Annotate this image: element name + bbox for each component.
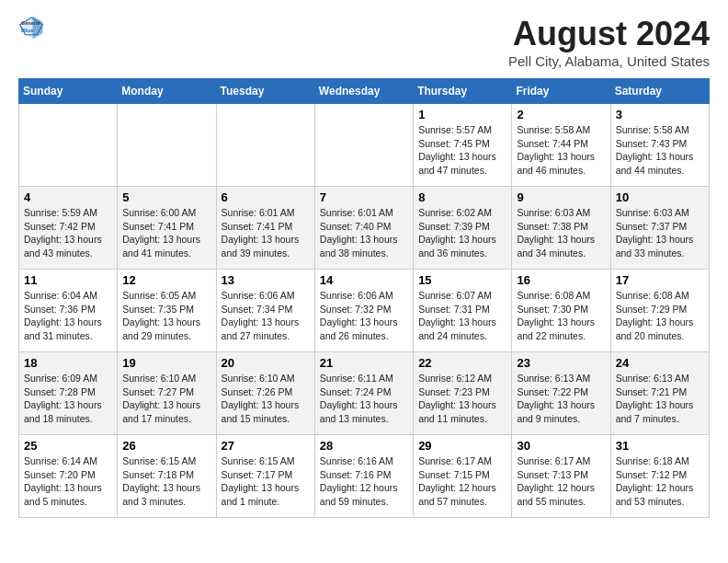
day-cell: 13Sunrise: 6:06 AM Sunset: 7:34 PM Dayli… (216, 270, 314, 352)
calendar-table: SundayMondayTuesdayWednesdayThursdayFrid… (18, 78, 710, 518)
day-cell: 3Sunrise: 5:58 AM Sunset: 7:43 PM Daylig… (610, 104, 709, 187)
day-cell: 11Sunrise: 6:04 AM Sunset: 7:36 PM Dayli… (19, 270, 118, 352)
column-headers: SundayMondayTuesdayWednesdayThursdayFrid… (19, 79, 710, 104)
day-cell: 6Sunrise: 6:01 AM Sunset: 7:41 PM Daylig… (216, 187, 314, 270)
day-number: 8 (418, 190, 506, 204)
day-number: 22 (418, 356, 506, 370)
day-info: Sunrise: 6:18 AM Sunset: 7:12 PM Dayligh… (616, 454, 704, 509)
svg-text:General: General (21, 20, 40, 26)
week-row-5: 25Sunrise: 6:14 AM Sunset: 7:20 PM Dayli… (19, 435, 710, 518)
day-number: 25 (24, 439, 112, 453)
day-info: Sunrise: 6:10 AM Sunset: 7:26 PM Dayligh… (222, 372, 310, 426)
day-info: Sunrise: 6:13 AM Sunset: 7:22 PM Dayligh… (517, 372, 605, 426)
day-number: 1 (418, 108, 506, 121)
week-row-2: 4Sunrise: 5:59 AM Sunset: 7:42 PM Daylig… (19, 187, 710, 270)
day-cell: 26Sunrise: 6:15 AM Sunset: 7:18 PM Dayli… (118, 435, 216, 518)
day-info: Sunrise: 6:07 AM Sunset: 7:31 PM Dayligh… (418, 289, 506, 343)
day-info: Sunrise: 6:17 AM Sunset: 7:15 PM Dayligh… (418, 454, 506, 509)
day-info: Sunrise: 6:10 AM Sunset: 7:27 PM Dayligh… (122, 372, 210, 426)
day-info: Sunrise: 6:11 AM Sunset: 7:24 PM Dayligh… (320, 372, 408, 426)
day-info: Sunrise: 6:05 AM Sunset: 7:35 PM Dayligh… (122, 289, 210, 343)
day-cell: 5Sunrise: 6:00 AM Sunset: 7:41 PM Daylig… (118, 187, 216, 270)
day-number: 17 (616, 273, 704, 287)
day-number: 5 (122, 190, 210, 204)
day-cell: 23Sunrise: 6:13 AM Sunset: 7:22 PM Dayli… (512, 352, 610, 435)
day-number: 10 (616, 190, 704, 204)
day-number: 6 (222, 190, 310, 204)
day-number: 2 (517, 108, 605, 121)
logo: General Blue (18, 15, 44, 40)
svg-text:Blue: Blue (21, 27, 34, 33)
day-info: Sunrise: 6:08 AM Sunset: 7:30 PM Dayligh… (517, 289, 605, 343)
day-cell: 8Sunrise: 6:02 AM Sunset: 7:39 PM Daylig… (414, 187, 512, 270)
title-area: August 2024 Pell City, Alabama, United S… (508, 15, 710, 69)
col-header-saturday: Saturday (610, 79, 709, 104)
day-cell (314, 104, 413, 187)
day-cell: 15Sunrise: 6:07 AM Sunset: 7:31 PM Dayli… (414, 270, 512, 352)
day-number: 20 (222, 356, 310, 370)
day-cell: 1Sunrise: 5:57 AM Sunset: 7:45 PM Daylig… (414, 104, 512, 187)
day-info: Sunrise: 6:14 AM Sunset: 7:20 PM Dayligh… (24, 454, 112, 509)
day-info: Sunrise: 6:16 AM Sunset: 7:16 PM Dayligh… (320, 454, 408, 509)
day-info: Sunrise: 6:04 AM Sunset: 7:36 PM Dayligh… (24, 289, 112, 343)
day-number: 16 (517, 273, 605, 287)
day-info: Sunrise: 6:06 AM Sunset: 7:34 PM Dayligh… (222, 289, 310, 343)
day-cell: 4Sunrise: 5:59 AM Sunset: 7:42 PM Daylig… (19, 187, 118, 270)
page-subtitle: Pell City, Alabama, United States (508, 53, 710, 69)
day-info: Sunrise: 6:09 AM Sunset: 7:28 PM Dayligh… (24, 372, 112, 426)
day-number: 26 (122, 439, 210, 453)
day-number: 9 (517, 190, 605, 204)
col-header-monday: Monday (118, 79, 216, 104)
day-cell: 14Sunrise: 6:06 AM Sunset: 7:32 PM Dayli… (314, 270, 413, 352)
day-cell: 25Sunrise: 6:14 AM Sunset: 7:20 PM Dayli… (19, 435, 118, 518)
week-row-1: 1Sunrise: 5:57 AM Sunset: 7:45 PM Daylig… (19, 104, 710, 187)
col-header-tuesday: Tuesday (216, 79, 314, 104)
day-cell: 19Sunrise: 6:10 AM Sunset: 7:27 PM Dayli… (118, 352, 216, 435)
day-number: 14 (320, 273, 408, 287)
day-info: Sunrise: 6:02 AM Sunset: 7:39 PM Dayligh… (418, 206, 506, 260)
day-cell: 20Sunrise: 6:10 AM Sunset: 7:26 PM Dayli… (216, 352, 314, 435)
day-number: 29 (418, 439, 506, 453)
day-cell: 18Sunrise: 6:09 AM Sunset: 7:28 PM Dayli… (19, 352, 118, 435)
day-cell: 9Sunrise: 6:03 AM Sunset: 7:38 PM Daylig… (512, 187, 610, 270)
day-info: Sunrise: 5:59 AM Sunset: 7:42 PM Dayligh… (24, 206, 112, 260)
day-info: Sunrise: 5:58 AM Sunset: 7:44 PM Dayligh… (517, 123, 605, 178)
day-number: 30 (517, 439, 605, 453)
day-cell: 12Sunrise: 6:05 AM Sunset: 7:35 PM Dayli… (118, 270, 216, 352)
day-number: 24 (616, 356, 704, 370)
day-number: 21 (320, 356, 408, 370)
day-cell: 31Sunrise: 6:18 AM Sunset: 7:12 PM Dayli… (610, 435, 709, 518)
week-row-4: 18Sunrise: 6:09 AM Sunset: 7:28 PM Dayli… (19, 352, 710, 435)
day-number: 23 (517, 356, 605, 370)
col-header-wednesday: Wednesday (314, 79, 413, 104)
day-info: Sunrise: 6:15 AM Sunset: 7:17 PM Dayligh… (222, 454, 310, 509)
col-header-friday: Friday (512, 79, 610, 104)
day-number: 31 (616, 439, 704, 453)
day-info: Sunrise: 6:13 AM Sunset: 7:21 PM Dayligh… (616, 372, 704, 426)
day-number: 3 (616, 108, 704, 121)
day-cell: 30Sunrise: 6:17 AM Sunset: 7:13 PM Dayli… (512, 435, 610, 518)
day-cell: 16Sunrise: 6:08 AM Sunset: 7:30 PM Dayli… (512, 270, 610, 352)
day-number: 15 (418, 273, 506, 287)
day-cell: 2Sunrise: 5:58 AM Sunset: 7:44 PM Daylig… (512, 104, 610, 187)
page-title: August 2024 (508, 15, 710, 53)
day-cell: 28Sunrise: 6:16 AM Sunset: 7:16 PM Dayli… (314, 435, 413, 518)
day-cell (118, 104, 216, 187)
day-number: 7 (320, 190, 408, 204)
page-header: General Blue August 2024 Pell City, Alab… (18, 15, 710, 69)
col-header-thursday: Thursday (414, 79, 512, 104)
day-info: Sunrise: 6:08 AM Sunset: 7:29 PM Dayligh… (616, 289, 704, 343)
day-cell: 22Sunrise: 6:12 AM Sunset: 7:23 PM Dayli… (414, 352, 512, 435)
day-number: 11 (24, 273, 112, 287)
logo-icon: General Blue (18, 15, 44, 40)
day-number: 18 (24, 356, 112, 370)
week-row-3: 11Sunrise: 6:04 AM Sunset: 7:36 PM Dayli… (19, 270, 710, 352)
day-info: Sunrise: 5:57 AM Sunset: 7:45 PM Dayligh… (418, 123, 506, 178)
day-info: Sunrise: 6:17 AM Sunset: 7:13 PM Dayligh… (517, 454, 605, 509)
day-info: Sunrise: 6:01 AM Sunset: 7:41 PM Dayligh… (222, 206, 310, 260)
day-cell: 29Sunrise: 6:17 AM Sunset: 7:15 PM Dayli… (414, 435, 512, 518)
day-info: Sunrise: 6:15 AM Sunset: 7:18 PM Dayligh… (122, 454, 210, 509)
col-header-sunday: Sunday (19, 79, 118, 104)
day-cell: 21Sunrise: 6:11 AM Sunset: 7:24 PM Dayli… (314, 352, 413, 435)
day-number: 12 (122, 273, 210, 287)
